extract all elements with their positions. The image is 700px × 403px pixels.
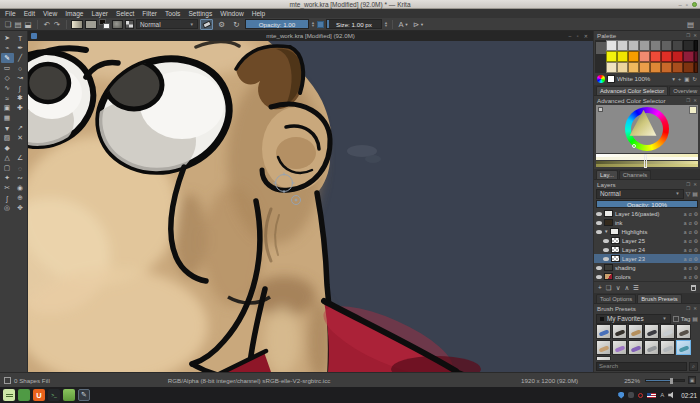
alpha-lock-icon[interactable]: a [684, 211, 687, 217]
palette-swatch-r1c5[interactable] [661, 51, 672, 62]
add-layer-button[interactable]: + [598, 284, 602, 291]
dynamic-brush-tool[interactable]: ≈ [1, 93, 14, 103]
layer-visibility-icon[interactable] [603, 239, 609, 243]
preset-airbrush-soft[interactable] [660, 324, 675, 339]
preset-charcoal[interactable] [612, 324, 627, 339]
menu-item-window[interactable]: Window [216, 9, 247, 18]
alpha-lock-icon[interactable]: a [684, 238, 687, 244]
rectangle-tool[interactable]: ▭ [1, 63, 14, 73]
layer-settings-icon[interactable]: ⚙ [694, 265, 698, 271]
measure-tool[interactable]: ∠ [14, 153, 27, 163]
float-panel-icon[interactable]: ❐ [686, 180, 690, 189]
layer-visibility-icon[interactable] [596, 266, 602, 270]
layer-row-layer-24[interactable]: Layer 24aα⚙ [594, 245, 700, 254]
mirror-horizontal-button[interactable]: A▼ [397, 19, 410, 30]
float-panel-icon[interactable]: ❐ [686, 31, 690, 40]
colorspace-label[interactable]: RGB/Alpha (8-bit integer/channel) sRGB-e… [168, 377, 331, 384]
green-app-icon[interactable] [18, 389, 30, 401]
layer-blend-combo[interactable]: Normal ▼ [596, 189, 684, 199]
palette-swatch-r0c5[interactable] [661, 40, 672, 51]
zoom-level[interactable]: 252% [624, 377, 640, 384]
preset-smudge-tan[interactable] [596, 340, 611, 355]
size-spinner[interactable]: ▲▼ [384, 21, 388, 28]
hue-ring[interactable] [625, 107, 669, 151]
presets-view-icon[interactable]: ▤ [692, 315, 698, 322]
preserve-alpha-button[interactable]: ⚙ [215, 19, 228, 30]
palette-swatch-r2c7[interactable] [683, 62, 694, 73]
menu-item-settings[interactable]: Settings [184, 9, 216, 18]
preset-texture-gray[interactable] [644, 340, 659, 355]
palette-swatch-r2c1[interactable] [617, 62, 628, 73]
menu-item-filter[interactable]: Filter [138, 9, 161, 18]
layer-name[interactable]: Layer 23 [622, 256, 645, 262]
inherit-alpha-icon[interactable]: α [689, 247, 692, 253]
calligraphy-tool[interactable]: ✒ [14, 43, 27, 53]
palette-options-button[interactable]: ▾ [672, 76, 675, 82]
group-expand-icon[interactable]: ▼ [604, 229, 608, 234]
assistants-tool[interactable]: △ [1, 153, 14, 163]
close-panel-icon[interactable]: ✕ [693, 96, 697, 105]
layers-panel-header[interactable]: Layers ❐✕ [594, 180, 700, 189]
palette-swatch-r0c7[interactable] [683, 40, 694, 51]
palette-swatch-r0c4[interactable] [650, 40, 661, 51]
eraser-mode-button[interactable] [200, 19, 213, 30]
menu-item-file[interactable]: File [1, 9, 20, 18]
palette-swatch-r0c8[interactable] [694, 40, 698, 51]
bezier-select-tool[interactable]: ʃ [1, 193, 14, 203]
inherit-alpha-icon[interactable]: α [689, 229, 692, 235]
brush-presets-header[interactable]: Brush Presets ❐✕ [594, 304, 700, 313]
layer-row-highlights[interactable]: ▼Highlightsaα⚙ [594, 227, 700, 236]
layer-settings-icon[interactable]: ⚙ [694, 247, 698, 253]
layer-visibility-icon[interactable] [596, 212, 602, 216]
layer-visibility-icon[interactable] [603, 248, 609, 252]
multibrush-tool[interactable]: ✱ [14, 93, 27, 103]
line-tool[interactable]: ╱ [14, 53, 27, 63]
menu-item-edit[interactable]: Edit [20, 9, 39, 18]
palette-swatch-r2c3[interactable] [639, 62, 650, 73]
terminal-app-icon[interactable]: >_ [48, 389, 60, 401]
polyline-tool[interactable]: ↝ [14, 73, 27, 83]
similar-color-select-tool[interactable]: ◉ [14, 183, 27, 193]
edit-shapes-tool[interactable]: ⌁ [1, 43, 14, 53]
palette-load-button[interactable]: ▣ [684, 76, 689, 82]
layer-visibility-icon[interactable] [596, 275, 602, 279]
tag-checkbox[interactable] [673, 316, 679, 322]
inherit-alpha-icon[interactable]: α [689, 274, 692, 280]
contiguous-select-tool[interactable]: ✂ [1, 183, 14, 193]
zoom-reset-button[interactable]: ▣ [688, 376, 696, 384]
layer-view-icon[interactable]: ▤ [692, 190, 698, 197]
alpha-lock-icon[interactable]: a [684, 265, 687, 271]
magnetic-select-tool[interactable]: ⊕ [14, 193, 27, 203]
notes-app-icon[interactable] [3, 389, 15, 401]
close-panel-icon[interactable]: ✕ [693, 31, 697, 40]
brush-editor-button[interactable] [112, 20, 123, 29]
size-slider[interactable]: Size: 1.00 px [326, 19, 382, 29]
layer-settings-icon[interactable]: ⚙ [694, 211, 698, 217]
workspace-chooser-button[interactable]: ▤ [684, 19, 697, 30]
alpha-lock-icon[interactable]: a [684, 220, 687, 226]
preset-pencil-tan[interactable] [628, 324, 643, 339]
alpha-lock-icon[interactable]: a [684, 256, 687, 262]
palette-swatch-r2c8[interactable] [694, 62, 698, 73]
text-tool[interactable]: T [14, 33, 27, 43]
maximize-button[interactable]: ▫ [686, 2, 688, 8]
input-method-icon[interactable]: A [660, 392, 664, 398]
layer-settings-icon[interactable]: ⚙ [694, 274, 698, 280]
tab-channels[interactable]: Channels [619, 170, 652, 179]
inherit-alpha-icon[interactable]: α [689, 220, 692, 226]
polygon-tool[interactable]: ◇ [1, 73, 14, 83]
menu-item-select[interactable]: Select [112, 9, 138, 18]
palette-swatch-r2c6[interactable] [672, 62, 683, 73]
tab-lay-[interactable]: Lay... [596, 170, 618, 179]
crop-tool[interactable]: ▦ [1, 113, 14, 123]
elliptical-select-tool[interactable]: ◌ [14, 163, 27, 173]
preset-sketch-gray[interactable] [596, 356, 611, 360]
inherit-alpha-icon[interactable]: α [689, 211, 692, 217]
search-icon[interactable]: ⌕ [689, 362, 698, 371]
close-panel-icon[interactable]: ✕ [693, 304, 697, 313]
tab-brush-presets[interactable]: Brush Presets [637, 294, 681, 303]
inherit-alpha-icon[interactable]: α [689, 265, 692, 271]
opacity-spinner[interactable]: ▲▼ [311, 21, 315, 28]
file-manager-icon[interactable] [63, 389, 75, 401]
canvas-artwork[interactable] [28, 41, 593, 372]
